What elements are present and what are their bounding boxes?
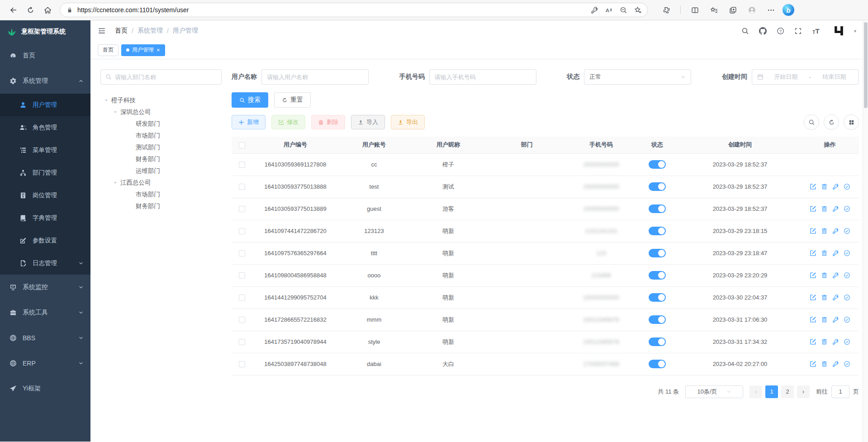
check-circle-action-icon[interactable] xyxy=(844,183,850,190)
sidebar-item-system[interactable]: 系统管理 xyxy=(0,68,90,94)
status-toggle[interactable] xyxy=(649,249,666,257)
fullscreen-button[interactable] xyxy=(793,26,803,36)
tree-node[interactable]: 运维部门 xyxy=(100,165,222,177)
page-scrollbar[interactable] xyxy=(863,21,868,442)
check-circle-action-icon[interactable] xyxy=(844,250,850,257)
edit-square-action-icon[interactable] xyxy=(810,272,816,279)
edit-square-action-icon[interactable] xyxy=(810,316,816,323)
trash-action-icon[interactable] xyxy=(821,338,828,345)
row-checkbox[interactable] xyxy=(239,206,245,212)
breadcrumb-home[interactable]: 首页 xyxy=(115,27,128,35)
trash-action-icon[interactable] xyxy=(821,183,828,190)
sidebar-item-log[interactable]: 日志管理 xyxy=(0,252,90,275)
department-search[interactable] xyxy=(100,69,222,85)
key2-action-icon[interactable] xyxy=(832,272,839,279)
page-button-2[interactable]: 2 xyxy=(781,385,794,398)
sidebar-item-post[interactable]: 岗位管理 xyxy=(0,184,90,207)
row-checkbox[interactable] xyxy=(239,295,245,301)
sidebar-item-user[interactable]: 用户管理 xyxy=(0,94,90,116)
check-circle-action-icon[interactable] xyxy=(844,205,850,212)
column-header[interactable]: 用户账号 xyxy=(338,137,410,153)
help-button[interactable]: ? xyxy=(776,26,786,36)
row-checkbox[interactable] xyxy=(239,339,245,345)
department-search-input[interactable] xyxy=(115,74,217,81)
table-refresh-button[interactable] xyxy=(824,114,839,130)
font-size-button[interactable]: TT xyxy=(811,26,821,36)
column-header[interactable]: 状态 xyxy=(635,137,679,153)
collapse-sidebar-icon[interactable] xyxy=(98,27,106,35)
home-button[interactable] xyxy=(40,2,55,18)
row-checkbox[interactable] xyxy=(239,317,245,323)
edit-square-action-icon[interactable] xyxy=(810,250,816,257)
key2-action-icon[interactable] xyxy=(832,316,839,323)
key-button[interactable] xyxy=(588,4,601,16)
edit-square-action-icon[interactable] xyxy=(810,183,816,190)
table-search-toggle-button[interactable] xyxy=(804,114,819,130)
tree-node[interactable]: 财务部门 xyxy=(100,153,222,165)
trash-action-icon[interactable] xyxy=(821,250,828,257)
prev-page-button[interactable]: ‹ xyxy=(749,385,762,398)
column-header[interactable]: 用户编号 xyxy=(252,137,338,153)
profile-button[interactable] xyxy=(744,2,759,18)
search-button[interactable]: 搜索 xyxy=(232,92,268,108)
modify-button[interactable]: 修改 xyxy=(271,115,305,129)
table-columns-button[interactable] xyxy=(844,114,859,130)
tree-node[interactable]: 市场部门 xyxy=(100,189,222,200)
tree-expand-caret-icon[interactable] xyxy=(103,98,109,103)
trash-action-icon[interactable] xyxy=(821,316,828,323)
close-tab-icon[interactable]: × xyxy=(157,47,160,53)
tree-node[interactable]: 财务部门 xyxy=(100,200,222,212)
tree-node[interactable]: 江西总公司 xyxy=(100,177,222,189)
sidebar-item-dept[interactable]: 部门管理 xyxy=(0,162,90,184)
reset-button[interactable]: 重置 xyxy=(274,92,311,108)
trash-action-icon[interactable] xyxy=(821,294,828,301)
key2-action-icon[interactable] xyxy=(832,361,839,367)
address-bar[interactable]: https://ccnetcore.com:1101/system/user A xyxy=(60,3,648,17)
key2-action-icon[interactable] xyxy=(832,338,839,345)
edit-square-action-icon[interactable] xyxy=(810,294,816,301)
check-circle-action-icon[interactable] xyxy=(844,228,850,234)
status-toggle[interactable] xyxy=(649,182,666,191)
tree-node[interactable]: 橙子科技 xyxy=(100,95,222,106)
tree-node[interactable]: 深圳总公司 xyxy=(100,106,222,118)
import-button[interactable]: 导入 xyxy=(351,115,385,129)
github-button[interactable] xyxy=(758,26,768,36)
search-button[interactable] xyxy=(740,26,750,36)
status-toggle[interactable] xyxy=(649,337,666,346)
sidebar-item-menu[interactable]: 菜单管理 xyxy=(0,139,90,162)
column-header[interactable]: 手机号码 xyxy=(567,137,635,153)
column-header[interactable]: 创建时间 xyxy=(679,137,801,153)
trash-action-icon[interactable] xyxy=(821,228,828,234)
page-size-select[interactable]: 10条/页 xyxy=(685,385,743,398)
date-range-picker[interactable]: 开始日期 - 结束日期 xyxy=(752,69,859,85)
check-circle-action-icon[interactable] xyxy=(844,338,850,345)
select-all-checkbox[interactable] xyxy=(239,142,245,148)
sidebar-item-param[interactable]: 参数设置 xyxy=(0,229,90,252)
sidebar-item-role[interactable]: 角色管理 xyxy=(0,116,90,139)
export-button[interactable]: 导出 xyxy=(391,115,425,129)
edit-square-action-icon[interactable] xyxy=(810,338,816,345)
key2-action-icon[interactable] xyxy=(832,183,839,190)
favorite-add-button[interactable] xyxy=(631,4,645,16)
sidebar-item-home[interactable]: 首页 xyxy=(0,43,90,68)
tab-copy-button[interactable] xyxy=(725,2,740,18)
bing-chat-button[interactable]: b xyxy=(782,4,795,16)
check-circle-action-icon[interactable] xyxy=(844,361,850,367)
tree-node[interactable]: 市场部门 xyxy=(100,130,222,142)
read-aloud-button[interactable]: A xyxy=(602,4,616,16)
tree-node[interactable]: 研发部门 xyxy=(100,118,222,130)
check-circle-action-icon[interactable] xyxy=(844,272,850,279)
edit-square-action-icon[interactable] xyxy=(810,361,816,367)
username-input[interactable] xyxy=(267,74,363,81)
key2-action-icon[interactable] xyxy=(832,228,839,234)
username-field[interactable] xyxy=(261,69,369,85)
breadcrumb-system[interactable]: 系统管理 xyxy=(138,27,163,35)
check-circle-action-icon[interactable] xyxy=(844,294,850,301)
key2-action-icon[interactable] xyxy=(832,294,839,301)
edit-square-action-icon[interactable] xyxy=(810,205,816,212)
status-toggle[interactable] xyxy=(649,315,666,324)
row-checkbox[interactable] xyxy=(239,162,245,168)
check-circle-action-icon[interactable] xyxy=(844,316,850,323)
row-checkbox[interactable] xyxy=(239,250,245,257)
column-header[interactable]: 用户昵称 xyxy=(410,137,487,153)
